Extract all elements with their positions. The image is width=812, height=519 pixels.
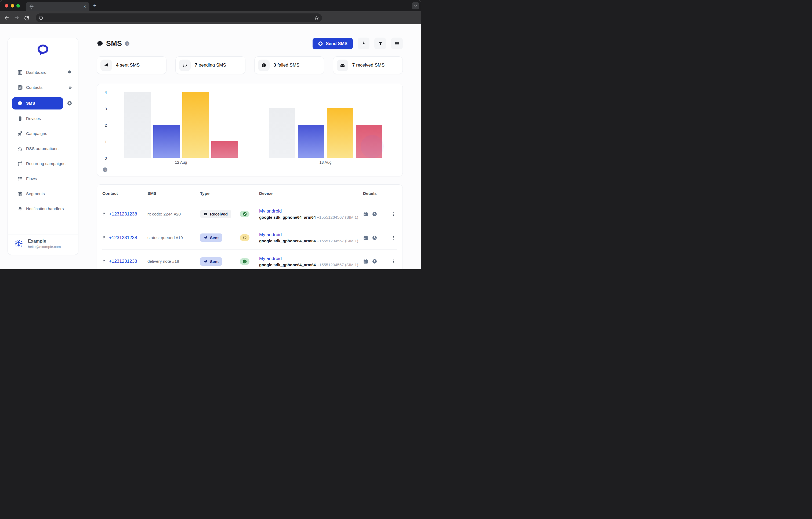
browser-tab[interactable]: ✕	[26, 2, 89, 11]
sidebar-row-flows: Flows	[12, 173, 74, 184]
sidebar-item-contacts[interactable]: Contacts	[12, 82, 67, 93]
contact-phone-link[interactable]: +1231231238	[109, 211, 137, 217]
bar-chart-icon[interactable]	[67, 85, 72, 90]
calendar-icon[interactable]	[363, 235, 369, 240]
clock-icon[interactable]	[372, 211, 377, 217]
table-row: +1231231238 rx code: 2244 #20 Received M…	[102, 202, 397, 226]
back-button[interactable]	[4, 15, 10, 21]
y-tick: 1	[97, 139, 107, 144]
sidebar-item-segments[interactable]: Segments	[12, 188, 74, 199]
bar-group	[124, 92, 238, 158]
speech-bubble-logo-icon	[36, 44, 50, 56]
calendar-icon[interactable]	[363, 259, 369, 264]
device-link[interactable]: My android	[259, 232, 282, 237]
new-tab-button[interactable]: +	[93, 3, 96, 9]
y-tick: 4	[97, 90, 107, 94]
device-cell: My android google sdk_gphone64_arm64 +15…	[259, 256, 363, 267]
globe-icon	[29, 4, 34, 9]
chevron-down-icon	[414, 4, 417, 7]
sidebar-item-devices[interactable]: Devices	[12, 113, 74, 124]
sidebar-item-label: Devices	[26, 116, 41, 121]
close-window-button[interactable]	[5, 4, 8, 7]
sms-text-cell: rx code: 2244 #20	[147, 212, 200, 217]
contact-cell: +1231231238	[102, 259, 147, 264]
sidebar-item-label: Recurring campaigns	[26, 161, 65, 166]
sidebar-item-rss-automations[interactable]: RSS automations	[12, 143, 74, 154]
clock-icon[interactable]	[372, 235, 377, 240]
rocket-icon	[18, 131, 23, 136]
sidebar-item-label: Segments	[26, 191, 45, 196]
chart-watermark	[360, 135, 384, 158]
minimize-window-button[interactable]	[11, 4, 14, 7]
maximize-window-button[interactable]	[17, 4, 20, 7]
filter-funnel-icon	[378, 41, 383, 46]
flag-icon	[102, 236, 107, 240]
page-header: SMS i Send SMS	[97, 37, 403, 50]
tab-strip: ✕ +	[0, 0, 421, 11]
list-view-button[interactable]	[391, 37, 403, 50]
clock-icon[interactable]	[372, 259, 377, 264]
send-sms-button[interactable]: Send SMS	[313, 38, 353, 50]
sidebar-item-label: SMS	[26, 101, 35, 106]
stat-text: 3failed SMS	[273, 63, 300, 68]
chat-bubble-icon	[97, 40, 104, 47]
sidebar-row-contacts: Contacts	[12, 82, 74, 93]
details-cell	[363, 259, 387, 264]
row-menu-kebab-icon[interactable]	[391, 212, 397, 217]
row-menu-kebab-icon[interactable]	[391, 259, 397, 264]
sidebar-item-recurring-campaigns[interactable]: Recurring campaigns	[12, 158, 74, 169]
reload-button[interactable]	[24, 15, 30, 21]
sidebar-item-dashboard[interactable]: Dashboard	[12, 67, 67, 78]
sidebar-item-campaigns[interactable]: Campaigns	[12, 128, 74, 139]
plus-circle-icon[interactable]	[67, 101, 72, 106]
sidebar-item-label: Flows	[26, 176, 37, 181]
stats-row: 4sent SMS 7pending SMS 3failed SMS	[97, 56, 403, 74]
chart-info-icon[interactable]: i	[103, 167, 108, 172]
user-account[interactable]: Example hello@example.com	[8, 235, 78, 251]
details-cell	[363, 235, 387, 240]
address-book-icon	[18, 85, 23, 90]
type-badge-received: Received	[200, 210, 231, 218]
forward-button[interactable]	[14, 15, 20, 21]
sidebar-item-notification-handlers[interactable]: Notification handlers	[12, 204, 74, 214]
device-link[interactable]: My android	[259, 209, 282, 214]
site-info-icon[interactable]	[39, 16, 43, 20]
close-tab-icon[interactable]: ✕	[83, 5, 86, 8]
url-bar[interactable]	[36, 13, 322, 22]
paper-plane-icon	[204, 236, 208, 240]
tab-list-chevron-button[interactable]	[412, 2, 419, 9]
filter-button[interactable]	[374, 37, 386, 50]
type-badge-sent: Sent	[200, 257, 222, 266]
stat-text: 4sent SMS	[116, 63, 140, 68]
device-link[interactable]: My android	[259, 256, 282, 261]
y-tick: 3	[97, 106, 107, 111]
sidebar-item-label: RSS automations	[26, 146, 59, 151]
rss-icon	[18, 146, 23, 151]
chat-bubble-icon	[18, 101, 23, 106]
list-icon	[395, 41, 400, 46]
app-logo[interactable]	[8, 44, 78, 56]
calendar-icon[interactable]	[363, 211, 369, 217]
sms-text-cell: delivery note #18	[147, 259, 200, 264]
sidebar-row-sms: SMS	[12, 97, 74, 110]
sidebar-item-sms[interactable]: SMS	[12, 97, 63, 110]
chart-y-axis: 4 3 2 1 0	[97, 92, 107, 158]
contact-phone-link[interactable]: +1231231238	[109, 259, 137, 264]
contact-cell: +1231231238	[102, 235, 147, 240]
page-title: SMS	[106, 39, 122, 48]
bell-icon	[18, 206, 23, 211]
sidebar-row-segments: Segments	[12, 188, 74, 199]
row-menu-kebab-icon[interactable]	[391, 235, 397, 240]
sidebar-item-label: Notification handlers	[26, 206, 64, 211]
column-header-type: Type	[200, 191, 240, 196]
contact-cell: +1231231238	[102, 211, 147, 217]
browser-toolbar	[0, 11, 421, 24]
bookmark-star-icon[interactable]	[314, 15, 319, 20]
bell-icon[interactable]	[67, 70, 72, 75]
export-download-button[interactable]	[358, 37, 370, 50]
details-cell	[363, 211, 387, 217]
info-icon[interactable]: i	[125, 41, 129, 46]
sidebar-item-flows[interactable]: Flows	[12, 173, 74, 184]
contact-phone-link[interactable]: +1231231238	[109, 235, 137, 240]
device-cell: My android google sdk_gphone64_arm64 +15…	[259, 232, 363, 243]
